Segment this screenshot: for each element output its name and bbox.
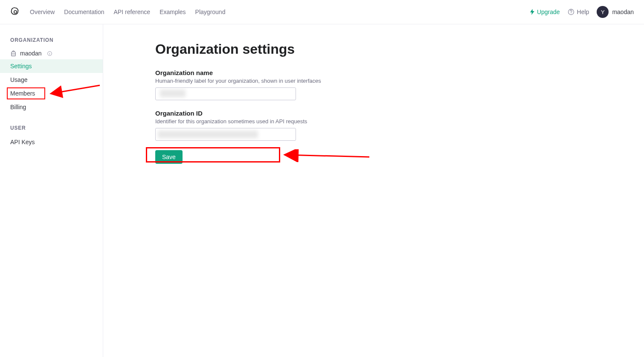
help-label: Help <box>577 9 589 15</box>
sidebar: ORGANIZATION maodan <box>0 24 103 357</box>
save-button[interactable]: Save <box>155 150 183 164</box>
help-icon <box>568 9 574 15</box>
user-menu[interactable]: Y maodan <box>597 6 634 18</box>
help-link[interactable]: Help <box>568 9 589 15</box>
openai-logo-icon[interactable] <box>10 7 20 17</box>
username: maodan <box>612 9 634 15</box>
lightning-icon <box>530 9 535 15</box>
svg-point-2 <box>571 13 571 14</box>
nav-examples[interactable]: Examples <box>160 9 186 15</box>
organization-icon <box>10 50 17 57</box>
org-id-label: Organization ID <box>155 110 644 117</box>
sidebar-item-billing[interactable]: Billing <box>0 100 103 114</box>
org-id-input[interactable] <box>155 128 296 141</box>
nav-playground[interactable]: Playground <box>195 9 226 15</box>
header: Overview Documentation API reference Exa… <box>0 0 644 24</box>
org-name-label: Organization name <box>155 69 644 76</box>
main-content: Organization settings Organization name … <box>103 24 644 357</box>
sidebar-item-members[interactable]: Members <box>0 87 103 100</box>
org-name-desc: Human-friendly label for your organizati… <box>155 78 644 84</box>
org-name-field: Organization name Human-friendly label f… <box>155 69 644 100</box>
svg-point-0 <box>14 11 17 13</box>
body-area: ORGANIZATION maodan <box>0 24 644 357</box>
header-left: Overview Documentation API reference Exa… <box>10 7 225 17</box>
page-title: Organization settings <box>155 41 644 57</box>
sidebar-section-user: USER <box>0 125 103 131</box>
org-id-desc: Identifier for this organization sometim… <box>155 118 644 125</box>
org-name-input[interactable] <box>155 87 296 100</box>
avatar: Y <box>597 6 609 18</box>
nav-api-reference[interactable]: API reference <box>114 9 151 15</box>
sidebar-section-organization: ORGANIZATION <box>0 37 103 43</box>
upgrade-link[interactable]: Upgrade <box>530 9 560 15</box>
nav-documentation[interactable]: Documentation <box>64 9 104 15</box>
sidebar-org-row[interactable]: maodan <box>0 47 103 59</box>
sidebar-item-settings[interactable]: Settings <box>0 59 103 73</box>
svg-point-6 <box>49 52 50 52</box>
org-id-field: Organization ID Identifier for this orga… <box>155 110 644 141</box>
redacted-content <box>160 90 186 97</box>
sidebar-item-api-keys[interactable]: API Keys <box>0 135 103 149</box>
upgrade-label: Upgrade <box>537 9 560 15</box>
sidebar-org-name: maodan <box>20 50 42 57</box>
header-right: Upgrade Help Y maodan <box>530 6 634 18</box>
redacted-content <box>158 131 258 138</box>
info-icon <box>47 51 52 56</box>
nav-overview[interactable]: Overview <box>30 9 55 15</box>
sidebar-item-usage[interactable]: Usage <box>0 73 103 87</box>
avatar-initial: Y <box>601 9 605 15</box>
